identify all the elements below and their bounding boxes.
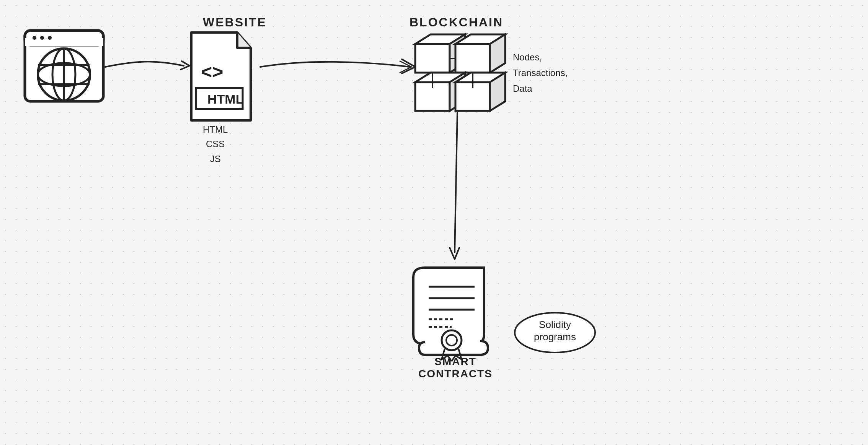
svg-rect-1 [25, 31, 103, 45]
svg-rect-24 [455, 82, 490, 111]
svg-marker-20 [490, 34, 505, 73]
smart-contracts-label: SMART CONTRACTS [413, 356, 498, 380]
svg-point-6 [38, 49, 90, 101]
blockchain-desc-label: Nodes, Transactions, Data [513, 50, 568, 96]
svg-rect-13 [196, 88, 243, 109]
svg-marker-16 [415, 34, 465, 44]
svg-point-3 [33, 36, 36, 40]
svg-rect-21 [415, 82, 450, 111]
svg-point-37 [515, 313, 595, 352]
svg-text:<>: <> [201, 61, 223, 83]
svg-point-36 [446, 335, 457, 346]
svg-point-35 [442, 330, 462, 350]
website-label: WEBSITE [203, 15, 267, 29]
smart-contract-icon [413, 268, 488, 361]
svg-marker-19 [455, 34, 505, 44]
svg-point-5 [48, 36, 52, 40]
svg-text:HTML: HTML [207, 92, 243, 106]
svg-marker-26 [490, 73, 505, 111]
browser-icon [25, 31, 103, 101]
arrow-blockchain-to-contract [450, 113, 459, 259]
svg-rect-0 [25, 31, 103, 101]
svg-text:programs: programs [534, 331, 576, 343]
svg-rect-15 [415, 44, 450, 73]
html-file-icon: <> HTML [191, 32, 251, 120]
svg-point-11 [52, 49, 75, 101]
svg-point-4 [40, 36, 44, 40]
html-css-js-label: HTML CSS JS [203, 122, 228, 166]
blockchain-icon [415, 34, 505, 111]
svg-rect-18 [455, 44, 490, 73]
svg-text:Solidity: Solidity [539, 319, 571, 330]
diagram-container: WEBSITE BLOCKCHAIN HTML CSS JS Nodes, Tr… [0, 0, 868, 445]
blockchain-label: BLOCKCHAIN [410, 15, 503, 29]
solidity-bubble: Solidity programs [515, 313, 595, 352]
svg-marker-17 [450, 34, 465, 73]
svg-rect-2 [25, 38, 103, 46]
arrow-html-to-blockchain [260, 59, 415, 73]
svg-marker-25 [455, 73, 505, 82]
svg-marker-23 [450, 73, 465, 111]
svg-point-7 [38, 63, 90, 86]
arrow-browser-to-html [105, 61, 189, 70]
svg-marker-22 [415, 73, 465, 82]
